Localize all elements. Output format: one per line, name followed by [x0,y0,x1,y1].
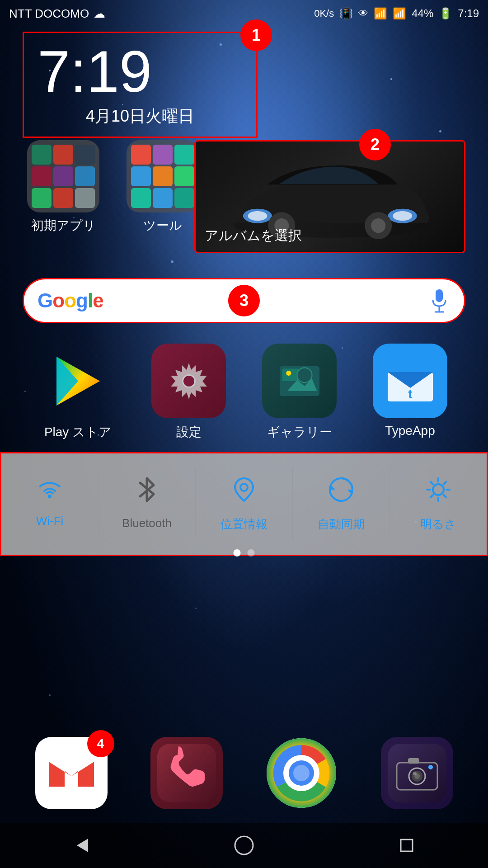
dot-1[interactable] [234,549,241,557]
bluetooth-qs-icon [136,476,158,509]
mini-app [75,188,95,208]
svg-point-8 [371,218,385,233]
status-left: NTT DOCOMO ☁ [9,7,105,21]
mini-app [131,145,151,165]
google-o1: o [52,289,64,311]
autosync-qs-icon [328,476,355,509]
album-widget[interactable]: アルバムを選択 [194,140,465,253]
typeapp-label: TypeApp [385,424,435,438]
folder-label-tools: ツール [143,217,182,234]
wifi-icon: 📶 [374,7,387,20]
app-item-settings[interactable]: 設定 [144,344,234,441]
folder-item-tools[interactable]: ツール [122,140,203,234]
folder-item-initial-apps[interactable]: 初期アプリ [23,140,104,234]
clock-status: 7:19 [458,7,479,20]
bluetooth-svg [136,476,158,503]
wifi-qs-icon [36,476,63,507]
playstore-label: Play ストア [44,424,112,441]
folders-row: 初期アプリ ツール [23,140,203,234]
qs-brightness[interactable]: 明るさ [390,467,487,541]
qs-location[interactable]: 位置情報 [196,467,293,541]
brightness-qs-icon [425,476,452,509]
google-o2: o [64,289,76,311]
mini-app [174,166,194,186]
gallery-svg [275,356,324,406]
album-label: アルバムを選択 [205,226,302,245]
google-g2: g [76,289,88,311]
google-e: e [93,289,103,311]
mini-app [53,145,73,165]
mini-app [32,188,52,208]
signal-icon: 📶 [393,7,406,20]
mic-svg [430,287,448,314]
wifi-svg [36,478,63,501]
svg-point-3 [248,211,267,221]
google-l: l [88,289,93,311]
clock-time: 7:19 [38,42,243,101]
app-item-gallery[interactable]: ギャラリー [254,344,345,441]
quick-settings-panel: Wi-Fi Bluetooth 位置情報 自動 [0,452,488,556]
app-item-playstore[interactable]: Play ストア [33,344,123,441]
home-button[interactable] [226,827,262,863]
autosync-svg [328,476,355,503]
dock-phone[interactable] [150,737,223,809]
mini-app [32,145,52,165]
vibrate-icon: 📳 [339,7,353,20]
dot-2[interactable] [248,549,255,557]
playstore-svg [51,354,105,408]
carrier-label: NTT DOCOMO [9,7,89,21]
google-search-bar[interactable]: Google 3 [23,278,465,323]
qs-autosync[interactable]: 自動同期 [293,467,390,541]
back-button[interactable] [63,827,99,863]
location-svg [233,476,255,503]
nav-bar [0,823,488,868]
svg-line-37 [431,495,433,497]
settings-icon [151,344,226,418]
battery-icon: 🔋 [439,7,452,20]
svg-point-15 [183,376,194,387]
recent-button[interactable] [389,827,425,863]
speed-label: 0K/s [314,8,334,19]
svg-line-35 [444,495,446,497]
mic-icon[interactable] [428,285,450,316]
svg-marker-54 [77,839,88,852]
clock-date: 4月10日火曜日 [38,105,243,127]
svg-line-36 [444,482,446,484]
qs-autosync-label: 自動同期 [318,516,365,532]
eye-icon: 👁 [358,8,368,19]
svg-point-55 [235,836,253,854]
recent-icon [395,834,418,857]
svg-point-20 [286,370,291,375]
qs-brightness-label: 明るさ [420,516,456,532]
album-car-background: アルバムを選択 [196,142,464,252]
svg-rect-9 [436,289,443,302]
svg-point-52 [428,765,433,769]
dock-gmail[interactable]: 4 [35,737,108,809]
mini-app [53,166,73,186]
svg-marker-28 [347,490,352,495]
svg-line-34 [431,482,433,484]
google-logo: Google [38,289,103,312]
phone-svg [157,744,216,802]
mini-app [153,145,173,165]
badge-3: 3 [228,285,260,316]
app-item-typeapp[interactable]: t TypeApp [365,344,455,438]
svg-rect-51 [408,758,419,764]
clock-widget[interactable]: 7:19 4月10日火曜日 1 [23,32,258,138]
mini-app [53,188,73,208]
battery-label: 44% [412,7,433,20]
dock-camera[interactable] [381,737,453,809]
mini-app [174,188,194,208]
mini-app [32,166,52,186]
svg-point-53 [413,772,417,775]
mini-app [153,188,173,208]
qs-bluetooth[interactable]: Bluetooth [99,467,196,541]
status-right: 0K/s 📳 👁 📶 📶 44% 🔋 7:19 [314,7,479,20]
svg-point-29 [433,484,444,495]
dock: 4 [0,723,488,823]
qs-wifi[interactable]: Wi-Fi [1,467,99,541]
camera-svg [388,744,446,802]
svg-point-4 [393,211,412,221]
page-dots [234,549,255,557]
dock-chrome[interactable] [266,737,338,809]
